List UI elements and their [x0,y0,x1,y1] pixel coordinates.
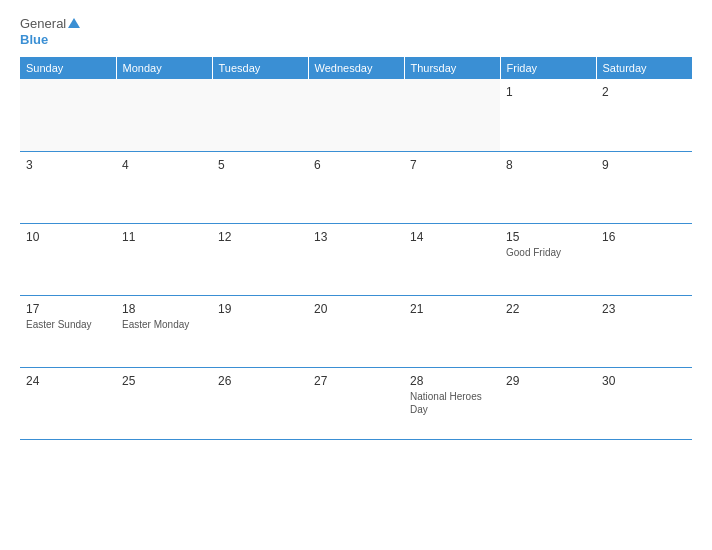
calendar-cell [212,79,308,151]
calendar-cell: 20 [308,295,404,367]
day-number: 22 [506,302,590,316]
calendar-cell: 15Good Friday [500,223,596,295]
calendar-cell: 17Easter Sunday [20,295,116,367]
weekday-header-row: SundayMondayTuesdayWednesdayThursdayFrid… [20,57,692,79]
logo: GeneralBlue [20,16,80,47]
day-number: 26 [218,374,302,388]
calendar-cell: 13 [308,223,404,295]
weekday-header-monday: Monday [116,57,212,79]
day-number: 6 [314,158,398,172]
calendar-cell: 29 [500,367,596,439]
calendar-cell: 1 [500,79,596,151]
day-number: 7 [410,158,494,172]
logo-triangle-icon [68,18,80,28]
calendar-week-row: 12 [20,79,692,151]
calendar-cell: 4 [116,151,212,223]
calendar-header: SundayMondayTuesdayWednesdayThursdayFrid… [20,57,692,79]
day-number: 9 [602,158,686,172]
weekday-header-thursday: Thursday [404,57,500,79]
logo-general: General [20,16,66,32]
calendar-cell: 24 [20,367,116,439]
calendar-cell: 5 [212,151,308,223]
holiday-label: National Heroes Day [410,390,494,416]
calendar-cell: 16 [596,223,692,295]
calendar-cell: 18Easter Monday [116,295,212,367]
calendar-cell [308,79,404,151]
day-number: 25 [122,374,206,388]
day-number: 12 [218,230,302,244]
day-number: 28 [410,374,494,388]
calendar-cell: 14 [404,223,500,295]
day-number: 8 [506,158,590,172]
calendar-cell: 10 [20,223,116,295]
day-number: 18 [122,302,206,316]
calendar-cell: 21 [404,295,500,367]
holiday-label: Easter Sunday [26,318,110,331]
calendar-cell [116,79,212,151]
header: GeneralBlue [20,16,692,47]
day-number: 10 [26,230,110,244]
day-number: 21 [410,302,494,316]
holiday-label: Easter Monday [122,318,206,331]
weekday-header-saturday: Saturday [596,57,692,79]
calendar-cell: 28National Heroes Day [404,367,500,439]
weekday-header-wednesday: Wednesday [308,57,404,79]
calendar-cell: 26 [212,367,308,439]
calendar-cell [404,79,500,151]
day-number: 30 [602,374,686,388]
day-number: 29 [506,374,590,388]
holiday-label: Good Friday [506,246,590,259]
calendar-cell: 9 [596,151,692,223]
weekday-header-sunday: Sunday [20,57,116,79]
calendar-cell: 6 [308,151,404,223]
calendar-week-row: 17Easter Sunday18Easter Monday1920212223 [20,295,692,367]
calendar-cell: 8 [500,151,596,223]
calendar-cell: 23 [596,295,692,367]
calendar-cell: 3 [20,151,116,223]
calendar-cell: 25 [116,367,212,439]
calendar-week-row: 101112131415Good Friday16 [20,223,692,295]
calendar-table: SundayMondayTuesdayWednesdayThursdayFrid… [20,57,692,440]
calendar-cell [20,79,116,151]
day-number: 17 [26,302,110,316]
day-number: 27 [314,374,398,388]
calendar-cell: 7 [404,151,500,223]
day-number: 1 [506,85,590,99]
calendar-cell: 2 [596,79,692,151]
weekday-header-friday: Friday [500,57,596,79]
day-number: 19 [218,302,302,316]
weekday-header-tuesday: Tuesday [212,57,308,79]
calendar-week-row: 2425262728National Heroes Day2930 [20,367,692,439]
calendar-cell: 27 [308,367,404,439]
calendar-page: GeneralBlue SundayMondayTuesdayWednesday… [0,0,712,550]
calendar-cell: 22 [500,295,596,367]
calendar-cell: 12 [212,223,308,295]
calendar-cell: 11 [116,223,212,295]
calendar-week-row: 3456789 [20,151,692,223]
day-number: 14 [410,230,494,244]
day-number: 23 [602,302,686,316]
calendar-cell: 30 [596,367,692,439]
day-number: 4 [122,158,206,172]
day-number: 2 [602,85,686,99]
calendar-cell: 19 [212,295,308,367]
day-number: 13 [314,230,398,244]
calendar-body: 123456789101112131415Good Friday1617East… [20,79,692,439]
day-number: 16 [602,230,686,244]
day-number: 20 [314,302,398,316]
day-number: 24 [26,374,110,388]
logo-blue: Blue [20,32,80,48]
day-number: 15 [506,230,590,244]
day-number: 3 [26,158,110,172]
day-number: 5 [218,158,302,172]
day-number: 11 [122,230,206,244]
